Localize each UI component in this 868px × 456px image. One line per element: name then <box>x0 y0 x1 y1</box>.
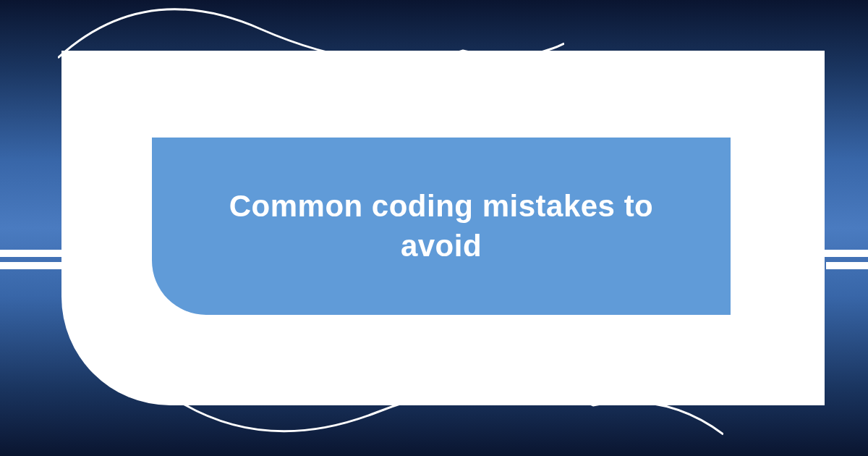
title-container: Common coding mistakes to avoid <box>152 138 731 315</box>
decorative-line <box>0 262 64 269</box>
decorative-line <box>826 262 868 269</box>
decorative-line <box>0 250 65 257</box>
main-title: Common coding mistakes to avoid <box>195 187 687 266</box>
decorative-line <box>825 250 868 257</box>
